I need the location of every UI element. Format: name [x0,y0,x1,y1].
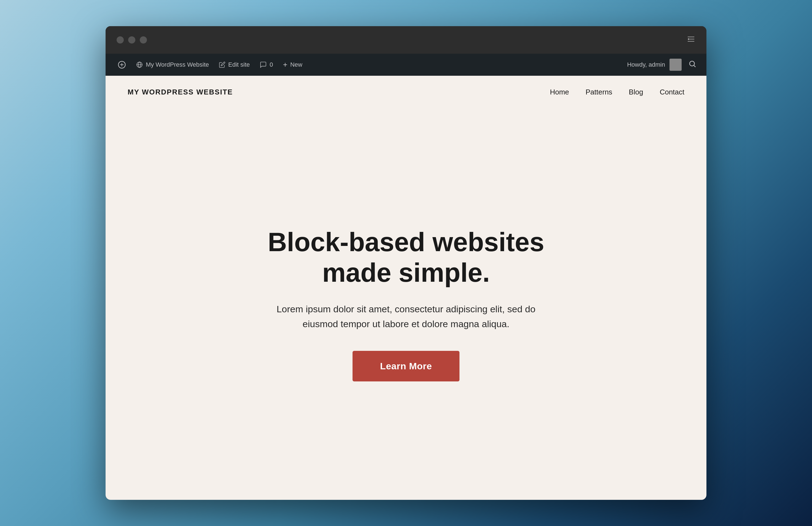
new-label: New [290,61,302,68]
site-name-label: My WordPress Website [146,61,209,68]
site-name-item[interactable]: My WordPress Website [131,59,213,71]
edit-site-label: Edit site [228,61,250,68]
comments-count: 0 [270,61,273,68]
hero-subtitle: Lorem ipsum dolor sit amet, consectetur … [268,302,544,332]
learn-more-button[interactable]: Learn More [352,351,460,381]
window-buttons [117,36,147,44]
new-item[interactable]: + New [279,58,307,71]
nav-link-blog[interactable]: Blog [629,88,643,96]
edit-site-item[interactable]: Edit site [215,59,254,71]
admin-bar-left: My WordPress Website Edit site 0 + [113,58,627,71]
nav-links: Home Patterns Blog Contact [550,88,684,96]
svg-point-3 [688,38,689,40]
wp-admin-bar: My WordPress Website Edit site 0 + [105,54,707,76]
new-plus-icon: + [283,60,288,69]
howdy-text: Howdy, admin [627,61,665,68]
site-logo: MY WORDPRESS WEBSITE [128,88,233,96]
website-content: MY WORDPRESS WEBSITE Home Patterns Blog … [105,76,707,500]
hero-title: Block-based websites made simple. [255,227,557,288]
browser-settings-icon[interactable] [686,35,695,45]
maximize-button[interactable] [140,36,147,44]
hero-section: Block-based websites made simple. Lorem … [105,108,707,500]
user-avatar[interactable] [669,59,682,71]
browser-window: My WordPress Website Edit site 0 + [105,26,707,500]
comments-item[interactable]: 0 [255,59,277,71]
admin-search-icon[interactable] [686,58,699,72]
admin-bar-right: Howdy, admin [627,58,699,72]
nav-link-patterns[interactable]: Patterns [586,88,612,96]
svg-point-6 [690,61,695,66]
minimize-button[interactable] [128,36,135,44]
close-button[interactable] [117,36,124,44]
nav-link-contact[interactable]: Contact [659,88,684,96]
wp-logo-item[interactable] [113,58,130,71]
site-navigation: MY WORDPRESS WEBSITE Home Patterns Blog … [105,76,707,108]
svg-line-7 [694,65,695,67]
browser-chrome [105,26,707,54]
nav-link-home[interactable]: Home [550,88,569,96]
